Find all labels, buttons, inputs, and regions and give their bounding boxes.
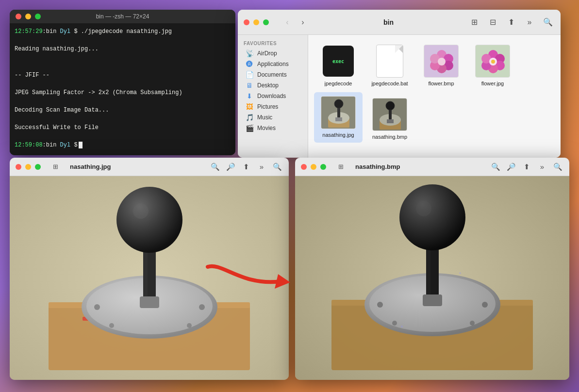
preview-bmp-titlebar: ⊞ nasathing.bmp 🔍 🔎 ⬆ » 🔍 (295, 158, 569, 176)
nav-forward-button[interactable]: › (296, 16, 310, 29)
svg-point-23 (334, 99, 343, 108)
sidebar-item-applications[interactable]: 🅐 Applications (240, 59, 306, 69)
svg-point-61 (392, 321, 397, 326)
sidebar-item-music[interactable]: 🎵 Music (240, 112, 306, 123)
file-label-flower-jpg: flower.jpg (481, 81, 504, 86)
applications-icon: 🅐 (246, 60, 253, 68)
file-label-flower-bmp: flower.bmp (428, 81, 454, 86)
svg-point-29 (386, 101, 395, 110)
term-line-1: 12:57:29:bin Dyl $ ./jpegdecode nasathin… (15, 27, 231, 36)
preview-jpg-max[interactable] (35, 164, 41, 170)
maximize-button[interactable] (35, 14, 41, 19)
terminal-body: 12:57:29:bin Dyl $ ./jpegdecode nasathin… (10, 23, 235, 155)
zoom-in-button-jpg[interactable]: 🔎 (225, 161, 236, 173)
file-label-jpegdecode: jpegdecode (325, 81, 352, 86)
search-button-jpg[interactable]: 🔍 (271, 161, 283, 173)
sidebar-item-desktop-label: Desktop (257, 82, 279, 89)
file-item-nasathing-jpg[interactable]: nasathing.jpg (314, 92, 363, 143)
term-line-4: -- JFIF -- (15, 71, 231, 80)
preview-jpg-min[interactable] (25, 164, 31, 170)
file-item-jpegdecode-bat[interactable]: jpegdecode.bat (365, 41, 414, 89)
file-item-nasathing-bmp[interactable]: nasathing.bmp (365, 94, 414, 143)
preview-bmp-sidebar-toggle[interactable]: ⊞ (334, 160, 347, 174)
preview-bmp-max[interactable] (320, 164, 326, 170)
sidebar-item-airdrop-label: AirDrop (257, 50, 277, 57)
svg-point-64 (401, 326, 403, 327)
svg-rect-56 (423, 294, 442, 306)
preview-bmp-close[interactable] (301, 164, 307, 170)
svg-point-60 (482, 302, 488, 308)
terminal-window: bin — -zsh — 72×24 12:57:29:bin Dyl $ ./… (10, 10, 235, 155)
svg-point-58 (416, 201, 431, 216)
finder-body: Favourites 📡 AirDrop 🅐 Applications 📄 Do… (238, 35, 561, 158)
finder-maximize-button[interactable] (263, 19, 269, 25)
nasathing-jpg-thumb (321, 96, 356, 129)
view-options-button[interactable]: ⊟ (486, 16, 499, 29)
svg-point-45 (199, 304, 205, 310)
sidebar-item-desktop[interactable]: 🖥 Desktop (240, 80, 306, 91)
more-button-bmp[interactable]: » (536, 161, 548, 173)
airdrop-icon: 📡 (246, 49, 253, 57)
file-item-jpegdecode[interactable]: exec jpegdecode (314, 41, 363, 89)
zoom-in-button-bmp[interactable]: 🔎 (505, 161, 517, 173)
term-line-2: Reading nasathing.jpg... (15, 45, 231, 53)
preview-jpg-traffic (16, 164, 41, 170)
svg-point-43 (133, 203, 149, 219)
minimize-button[interactable] (25, 14, 31, 19)
preview-bmp-toolbar: 🔍 🔎 ⬆ » 🔍 (490, 161, 563, 173)
finder-minimize-button[interactable] (253, 19, 259, 25)
close-button[interactable] (16, 14, 21, 19)
preview-bmp-min[interactable] (311, 164, 316, 170)
preview-jpg-titlebar: ⊞ nasathing.jpg 🔍 🔎 ⬆ » 🔍 (10, 158, 289, 176)
sidebar-item-pictures[interactable]: 🖼 Pictures (240, 101, 306, 112)
more-options-button[interactable]: » (523, 16, 536, 29)
preview-jpg-close[interactable] (16, 164, 21, 170)
search-button[interactable]: 🔍 (541, 16, 555, 29)
finder-close-button[interactable] (244, 19, 249, 25)
music-icon: 🎵 (246, 114, 253, 121)
finder-content: exec jpegdecode jpegdecode.bat (308, 35, 561, 158)
pictures-icon: 🖼 (246, 103, 253, 111)
share-button[interactable]: ⬆ (504, 16, 518, 29)
svg-point-46 (109, 323, 114, 328)
sidebar-item-documents[interactable]: 📄 Documents (240, 69, 306, 80)
share-button-bmp[interactable]: ⬆ (521, 161, 532, 173)
svg-rect-24 (335, 117, 342, 121)
terminal-titlebar: bin — -zsh — 72×24 (10, 10, 235, 23)
sidebar-item-applications-label: Applications (257, 61, 289, 67)
finder-window: ‹ › bin ⊞ ⊟ ⬆ » 🔍 Favourites 📡 AirDrop 🅐… (238, 10, 561, 158)
sidebar-item-airdrop[interactable]: 📡 AirDrop (240, 48, 306, 59)
zoom-out-button-bmp[interactable]: 🔍 (490, 161, 501, 173)
svg-point-62 (470, 321, 475, 326)
exec-icon: exec (323, 46, 354, 77)
preview-jpg-title: nasathing.jpg (70, 163, 111, 170)
share-button-jpg[interactable]: ⬆ (240, 161, 252, 173)
file-item-flower-jpg[interactable]: flower.jpg (468, 41, 517, 89)
file-label-nasathing-jpg: nasathing.jpg (322, 132, 354, 138)
search-button-bmp[interactable]: 🔍 (552, 161, 563, 173)
svg-point-59 (377, 302, 383, 308)
term-line-7: Successful Write to File (15, 123, 231, 132)
view-icon-grid-button[interactable]: ⊞ (467, 16, 481, 29)
nav-back-button[interactable]: ‹ (281, 16, 294, 29)
svg-rect-30 (387, 119, 394, 123)
sidebar-item-downloads[interactable]: ⬇ Downloads (240, 91, 306, 101)
more-button-jpg[interactable]: » (256, 161, 267, 173)
sidebar-item-movies[interactable]: 🎬 Movies (240, 123, 306, 133)
preview-jpg-content (10, 176, 289, 380)
term-line-5: JPEG Sampling Factor -> 2x2 (Chroma Subs… (15, 88, 231, 97)
sidebar-item-movies-label: Movies (257, 125, 276, 131)
terminal-title: bin — -zsh — 72×24 (96, 13, 149, 20)
preview-sidebar-toggle[interactable]: ⊞ (49, 160, 62, 174)
zoom-out-button-jpg[interactable]: 🔍 (209, 161, 221, 173)
preview-bmp-title: nasathing.bmp (355, 163, 400, 170)
preview-window-jpg: ⊞ nasathing.jpg 🔍 🔎 ⬆ » 🔍 (10, 158, 289, 380)
preview-bmp-traffic (301, 164, 326, 170)
svg-point-44 (94, 304, 100, 310)
finder-sidebar: Favourites 📡 AirDrop 🅐 Applications 📄 Do… (238, 35, 308, 158)
finder-toolbar-right: ⊞ ⊟ ⬆ » 🔍 (467, 16, 555, 29)
flower-jpg-thumb (475, 45, 510, 78)
file-label-nasathing-bmp: nasathing.bmp (372, 134, 407, 140)
file-item-flower-bmp[interactable]: flower.bmp (417, 41, 465, 89)
svg-rect-41 (140, 296, 159, 308)
